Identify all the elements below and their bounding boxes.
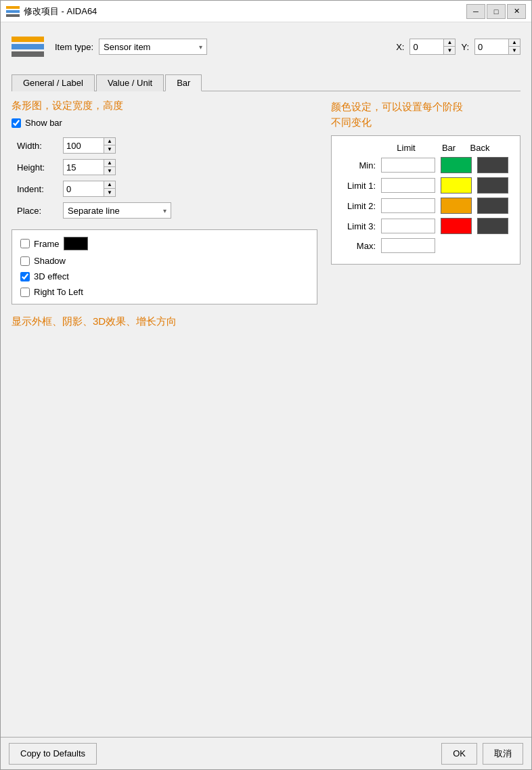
height-input[interactable] [63, 159, 104, 175]
height-spin-btns: ▲ ▼ [104, 159, 116, 175]
main-panel: 条形图，设定宽度，高度 Show bar Width: ▲ [12, 99, 520, 726]
checkbox-group: Frame Shadow 3D effect [12, 229, 317, 304]
effect-3d-checkbox[interactable] [20, 272, 30, 281]
tab-bar[interactable]: Bar [165, 74, 202, 91]
y-input[interactable] [474, 39, 508, 55]
y-spin-buttons: ▲ ▼ [508, 39, 520, 55]
ok-button[interactable]: OK [441, 743, 477, 765]
close-button[interactable]: ✕ [507, 4, 526, 19]
min-bar-color[interactable] [441, 157, 472, 173]
item-type-dropdown[interactable]: Sensor item ▾ [99, 39, 207, 55]
shadow-checkbox[interactable] [20, 256, 30, 266]
width-spin-up[interactable]: ▲ [104, 138, 115, 145]
limit1-label: Limit 1: [338, 181, 376, 191]
frame-checkbox[interactable] [20, 239, 30, 248]
x-spin-up[interactable]: ▲ [444, 39, 455, 47]
frame-row: Frame [20, 237, 309, 250]
shadow-row: Shadow [20, 256, 309, 266]
limit2-bar-color[interactable] [441, 198, 472, 214]
place-dropdown[interactable]: Separate line ▾ [63, 202, 171, 219]
left-panel: 条形图，设定宽度，高度 Show bar Width: ▲ [12, 99, 317, 726]
color-row-limit3: Limit 3: [338, 218, 513, 234]
effect-3d-row: 3D effect [20, 271, 309, 281]
width-input[interactable] [63, 137, 104, 154]
x-spin-buttons: ▲ ▼ [443, 39, 456, 55]
height-spin-down[interactable]: ▼ [104, 167, 115, 175]
show-bar-row: Show bar [12, 118, 317, 128]
item-type-label: Item type: [55, 42, 93, 52]
header-limit: Limit [379, 143, 433, 153]
x-spin-down[interactable]: ▼ [444, 47, 455, 54]
footer-right-buttons: OK 取消 [441, 743, 523, 765]
width-row: Width: ▲ ▼ [17, 137, 317, 154]
bar-annotation-title: 条形图，设定宽度，高度 [12, 99, 317, 112]
copy-defaults-button[interactable]: Copy to Defaults [9, 743, 97, 765]
bottom-annotation: 显示外框、阴影、3D效果、增长方向 [12, 315, 317, 328]
content-area: Item type: Sensor item ▾ X: ▲ ▼ Y: [1, 22, 531, 737]
indent-spin-down[interactable]: ▼ [104, 189, 115, 196]
limit2-input[interactable] [381, 198, 435, 213]
y-label: Y: [461, 42, 469, 52]
height-label: Height: [17, 162, 58, 173]
color-table: Limit Bar Back Min: Limit 1: [331, 135, 520, 265]
cancel-button[interactable]: 取消 [483, 743, 523, 765]
title-buttons: ─ □ ✕ [466, 4, 526, 19]
width-spin-down[interactable]: ▼ [104, 145, 115, 153]
color-row-limit1: Limit 1: [338, 177, 513, 194]
color-row-min: Min: [338, 157, 513, 173]
height-row: Height: ▲ ▼ [17, 159, 317, 175]
place-label: Place: [17, 206, 58, 216]
height-spin-up[interactable]: ▲ [104, 160, 115, 167]
indent-input[interactable] [63, 181, 104, 197]
indent-spin-up[interactable]: ▲ [104, 181, 115, 189]
coord-row: X: ▲ ▼ Y: ▲ ▼ [396, 39, 520, 55]
item-type-row: Item type: Sensor item ▾ [55, 39, 385, 55]
shadow-label: Shadow [34, 256, 66, 266]
color-row-max: Max: [338, 238, 513, 253]
header-back: Back [464, 143, 495, 153]
limit2-label: Limit 2: [338, 201, 376, 211]
limit2-back-color[interactable] [477, 198, 508, 214]
right-panel: 颜色设定，可以设置每个阶段 不同变化 Limit Bar Back Min: [331, 99, 520, 726]
limit3-label: Limit 3: [338, 221, 376, 231]
indent-row: Indent: ▲ ▼ [17, 181, 317, 197]
limit3-back-color[interactable] [477, 218, 508, 234]
limit3-input[interactable] [381, 219, 435, 233]
min-label: Min: [338, 160, 376, 171]
indent-spin-btns: ▲ ▼ [104, 181, 116, 197]
logo-icon [12, 33, 44, 60]
tabs-container: General / Label Value / Unit Bar [12, 74, 520, 91]
color-row-limit2: Limit 2: [338, 198, 513, 214]
indent-input-group: ▲ ▼ [63, 181, 116, 197]
y-spin-down[interactable]: ▼ [509, 47, 520, 54]
maximize-button[interactable]: □ [487, 4, 506, 19]
rtl-row: Right To Left [20, 287, 309, 297]
x-input-group: ▲ ▼ [409, 39, 456, 55]
x-input[interactable] [409, 39, 443, 55]
min-back-color[interactable] [477, 157, 508, 173]
min-limit-input[interactable] [381, 158, 435, 173]
y-spin-up[interactable]: ▲ [509, 39, 520, 47]
tab-general-label[interactable]: General / Label [12, 74, 95, 91]
minimize-button[interactable]: ─ [466, 4, 485, 19]
show-bar-checkbox[interactable] [12, 118, 21, 128]
x-label: X: [396, 42, 404, 52]
limit1-back-color[interactable] [477, 177, 508, 194]
app-icon [6, 5, 20, 18]
frame-color-swatch[interactable] [64, 237, 88, 250]
place-dropdown-arrow-icon: ▾ [163, 207, 167, 214]
title-bar: 修改项目 - AIDA64 ─ □ ✕ [1, 1, 531, 22]
max-limit-input[interactable] [381, 238, 435, 253]
limit1-bar-color[interactable] [441, 177, 472, 194]
limit1-input[interactable] [381, 178, 435, 193]
limit3-bar-color[interactable] [441, 218, 472, 234]
main-window: 修改项目 - AIDA64 ─ □ ✕ Item type: Sensor it… [0, 0, 532, 770]
footer: Copy to Defaults OK 取消 [1, 737, 531, 769]
frame-label: Frame [34, 239, 60, 249]
place-row: Place: Separate line ▾ [17, 202, 317, 219]
form-grid: Width: ▲ ▼ Height: [17, 137, 317, 219]
y-input-group: ▲ ▼ [474, 39, 520, 55]
tab-value-unit[interactable]: Value / Unit [96, 74, 164, 91]
rtl-checkbox[interactable] [20, 288, 30, 297]
max-label: Max: [338, 241, 376, 251]
